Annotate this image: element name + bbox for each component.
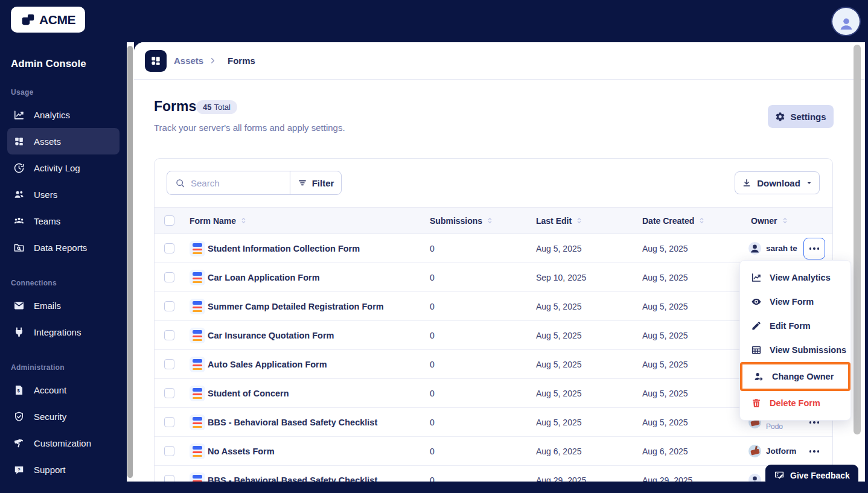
last-edit-date: Sep 10, 2025 (536, 263, 586, 291)
row-checkbox[interactable] (164, 272, 174, 282)
support-icon: ? (13, 464, 25, 476)
column-header-submissions[interactable]: Submissions (430, 208, 494, 234)
form-name[interactable]: Car Loan Application Form (208, 263, 320, 291)
sidebar-section-label: Administration (11, 363, 127, 372)
total-count: 45 (203, 103, 211, 112)
security-icon (13, 411, 25, 422)
row-checkbox[interactable] (164, 446, 174, 456)
row-checkbox[interactable] (164, 388, 174, 398)
sidebar-item-activity-log[interactable]: Activity Log (7, 154, 120, 181)
table-row[interactable]: Auto Sales Application Form 0 Aug 5, 202… (155, 350, 832, 379)
table-row[interactable]: Student Information Collection Form 0 Au… (155, 234, 832, 263)
row-checkbox[interactable] (164, 301, 174, 311)
acme-logo[interactable]: ACME (11, 7, 85, 33)
column-header-date-created[interactable]: Date Created (642, 208, 706, 234)
form-name[interactable]: No Assets Form (208, 437, 275, 465)
form-icon (190, 328, 205, 343)
table-row[interactable]: Student of Concern 0 Aug 5, 2025 Aug 5, … (155, 379, 832, 408)
column-header-form-name[interactable]: Form Name (190, 208, 247, 234)
table-row[interactable]: Summer Camp Detailed Registration Form 0… (155, 292, 832, 321)
search-input[interactable] (191, 178, 275, 188)
column-header-owner[interactable]: Owner (751, 208, 789, 234)
sidebar-item-teams[interactable]: Teams (7, 208, 120, 234)
sidebar-item-assets[interactable]: Assets (7, 128, 120, 154)
form-name[interactable]: Auto Sales Application Form (208, 350, 327, 378)
sidebar-item-emails[interactable]: Emails (7, 292, 120, 319)
select-all-checkbox[interactable] (164, 215, 174, 226)
table-row[interactable]: Car Loan Application Form 0 Sep 10, 2025… (155, 263, 832, 292)
sidebar-scrollbar-thumb[interactable] (127, 46, 133, 478)
row-actions-button[interactable] (803, 441, 825, 462)
trash-icon (751, 398, 762, 409)
menu-item-view-form[interactable]: View Form (740, 290, 850, 314)
column-header-last-edit[interactable]: Last Edit (536, 208, 583, 234)
breadcrumb-parent[interactable]: Assets (174, 56, 203, 66)
sidebar-item-label: Integrations (34, 327, 81, 337)
sidebar-item-security[interactable]: Security (7, 403, 120, 430)
sidebar-item-label: Account (34, 385, 66, 395)
download-label: Download (757, 178, 800, 188)
form-icon (190, 299, 205, 314)
analytics-icon (751, 272, 762, 283)
assets-icon (150, 55, 162, 67)
menu-item-wrap: View Form (740, 290, 850, 314)
breadcrumb-current: Forms (228, 56, 255, 66)
sidebar-item-label: Teams (34, 216, 60, 226)
person-avatar (748, 242, 761, 255)
settings-button[interactable]: Settings (768, 105, 834, 128)
table-row[interactable]: Car Insurance Quotation Form 0 Aug 5, 20… (155, 321, 832, 350)
menu-item-wrap: View Submissions (740, 338, 850, 362)
table-header: Form Name Submissions Last Edit Date Cre… (155, 207, 832, 234)
sidebar-item-analytics[interactable]: Analytics (7, 101, 120, 128)
search-box[interactable] (167, 171, 290, 194)
filter-button[interactable]: Filter (290, 171, 341, 194)
row-checkbox[interactable] (164, 243, 174, 253)
user-avatar[interactable] (832, 8, 860, 35)
menu-item-edit-form[interactable]: Edit Form (740, 314, 850, 338)
submissions-count: 0 (430, 350, 435, 378)
row-actions-button[interactable] (803, 238, 825, 259)
table-row[interactable]: BBS - Behavioral Based Safety Checklist … (155, 408, 832, 437)
row-checkbox[interactable] (164, 359, 174, 369)
last-edit-date: Aug 5, 2025 (536, 379, 582, 407)
row-checkbox[interactable] (164, 330, 174, 340)
sidebar-item-support[interactable]: ?Support (7, 456, 120, 483)
total-count-badge: 45Total (196, 100, 237, 114)
menu-item-change-owner[interactable]: Change Owner (742, 364, 848, 389)
gear-icon (775, 112, 785, 122)
submissions-count: 0 (430, 292, 435, 320)
give-feedback-button[interactable]: Give Feedback (765, 465, 858, 486)
sidebar-item-data-reports[interactable]: Data Reports (7, 234, 120, 261)
table-row[interactable]: No Assets Form 0 Aug 6, 2025 Aug 6, 2025… (155, 437, 832, 466)
acme-logo-icon (21, 12, 36, 28)
main-scrollbar-thumb[interactable] (854, 45, 861, 434)
sidebar-item-users[interactable]: Users (7, 181, 120, 208)
sidebar-item-label: Support (34, 465, 66, 475)
form-name[interactable]: Student Information Collection Form (208, 234, 360, 262)
row-checkbox[interactable] (164, 417, 174, 427)
sidebar: Admin Console UsageAnalyticsAssetsActivi… (0, 42, 127, 493)
activity-log-icon (13, 162, 25, 174)
submissions-count: 0 (430, 437, 435, 465)
last-edit-date: Aug 5, 2025 (536, 350, 582, 378)
row-actions-menu: View Analytics View Form Edit Form View … (739, 260, 851, 421)
analytics-icon (13, 109, 25, 121)
form-name[interactable]: Summer Camp Detailed Registration Form (208, 292, 384, 320)
sidebar-item-account[interactable]: $Account (7, 377, 120, 403)
sidebar-scrollbar-track[interactable] (127, 42, 134, 482)
sort-icon (698, 217, 706, 224)
filter-label: Filter (312, 178, 334, 188)
table-icon (751, 345, 762, 355)
download-button[interactable]: Download (735, 171, 820, 194)
form-name[interactable]: BBS - Behavioral Based Safety Checklist (208, 408, 377, 436)
sidebar-item-customization[interactable]: Customization (7, 430, 120, 456)
sidebar-item-integrations[interactable]: Integrations (7, 319, 120, 345)
menu-item-view-submissions[interactable]: View Submissions (740, 338, 850, 362)
owner-cell: Jotform (748, 437, 800, 465)
pencil-icon (751, 320, 762, 331)
person-arrow-icon (753, 371, 764, 382)
menu-item-delete-form[interactable]: Delete Form (740, 391, 850, 415)
form-name[interactable]: Car Insurance Quotation Form (208, 321, 334, 349)
form-name[interactable]: Student of Concern (208, 379, 289, 407)
menu-item-view-analytics[interactable]: View Analytics (740, 266, 850, 290)
